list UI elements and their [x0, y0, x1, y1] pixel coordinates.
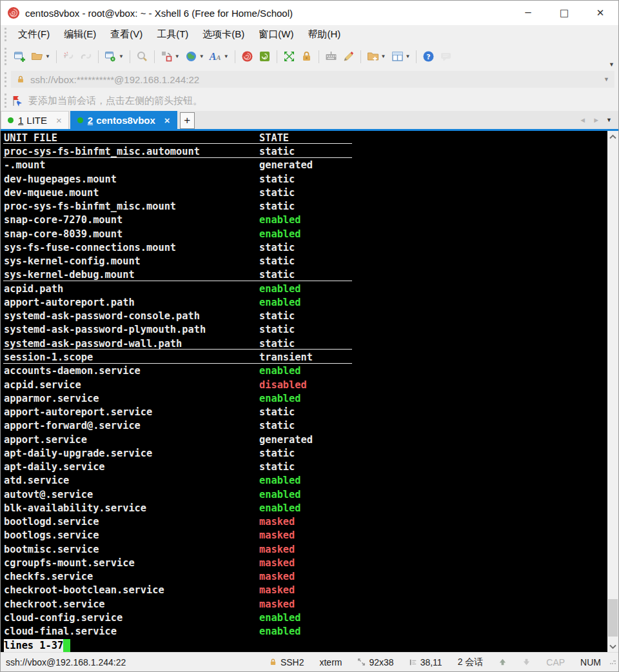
menu-item-4[interactable]: 选项卡(B): [195, 26, 251, 43]
web-browser-button[interactable]: ▼: [182, 48, 207, 66]
session-properties-dropdown-icon[interactable]: ▼: [119, 54, 124, 59]
tab-number: 1: [18, 115, 23, 126]
unit-file-name: cgroupfs-mount.service: [4, 557, 259, 569]
new-folder-button[interactable]: ▼: [364, 48, 389, 66]
session-tab-LITE[interactable]: 1LITE×: [1, 111, 69, 129]
fullscreen-button[interactable]: [280, 48, 298, 66]
toolbar-overflow-icon[interactable]: ▼: [609, 61, 614, 69]
pager-status-row: lines 1-37: [4, 638, 607, 652]
infobar-grip[interactable]: [5, 94, 8, 108]
new-tab-button[interactable]: +: [180, 112, 195, 129]
menu-item-0[interactable]: 文件(F): [11, 26, 57, 43]
menu-item-6[interactable]: 帮助(H): [300, 26, 348, 43]
unit-file-name: proc-sys-fs-binfmt_misc.automount: [4, 146, 259, 157]
compose-layout-dropdown-icon[interactable]: ▼: [175, 54, 180, 59]
tab-list-dropdown-icon[interactable]: ▼: [606, 117, 612, 123]
lock-screen-button[interactable]: [298, 48, 315, 66]
info-bar: 要添加当前会话，点击左侧的箭头按钮。: [1, 90, 618, 111]
address-url[interactable]: ssh://vbox:**********@192.168.1.244:22: [30, 74, 604, 85]
menu-item-2[interactable]: 查看(V): [103, 26, 150, 43]
menu-item-5[interactable]: 窗口(W): [251, 26, 300, 43]
scrollbar-up-icon[interactable]: [607, 131, 618, 142]
header-unit-file: UNIT FILE: [4, 132, 259, 144]
terminal-row: acpid.pathenabled: [4, 282, 607, 295]
web-browser-dropdown-icon[interactable]: ▼: [199, 54, 204, 59]
new-session-button[interactable]: [11, 48, 28, 66]
add-session-flag-icon[interactable]: [12, 95, 23, 106]
address-field[interactable]: ssh://vbox:**********@192.168.1.244:22 ▼: [11, 71, 614, 88]
unit-state: masked: [259, 544, 295, 555]
unit-state: static: [259, 420, 295, 431]
xshell-logo-icon: [7, 6, 20, 19]
compose-layout-button[interactable]: ▼: [158, 48, 182, 66]
tile-windows-button[interactable]: ▼: [389, 48, 413, 66]
open-session-dropdown-icon[interactable]: ▼: [45, 54, 50, 59]
unit-file-name: atd.service: [4, 475, 259, 486]
terminal-row: systemd-ask-password-console.pathstatic: [4, 310, 607, 323]
status-scroll-up[interactable]: [498, 658, 507, 666]
session-tab-centos8vbox[interactable]: 2centos8vbox×: [70, 111, 177, 129]
svg-text:?: ?: [427, 53, 431, 61]
terminal-row: systemd-ask-password-wall.pathstatic: [4, 337, 607, 350]
unit-state: enabled: [259, 475, 300, 486]
tile-windows-dropdown-icon[interactable]: ▼: [406, 54, 411, 59]
lock-screen-icon: [300, 50, 313, 63]
status-connection: ssh://vbox@192.168.1.244:22: [6, 657, 269, 667]
open-session-button[interactable]: ▼: [28, 48, 53, 66]
toolbar-separator: [416, 50, 417, 63]
close-button[interactable]: ✕: [582, 1, 618, 25]
terminal-row: autovt@.serviceenabled: [4, 488, 607, 501]
unit-file-name: systemd-ask-password-wall.path: [4, 338, 259, 350]
tab-close-icon[interactable]: ×: [164, 115, 170, 126]
xftp-app-icon: [259, 50, 271, 63]
toolbar-grip[interactable]: [5, 48, 8, 64]
maximize-button[interactable]: □: [546, 1, 582, 25]
virtual-keyboard-button[interactable]: [322, 48, 340, 66]
unit-state: enabled: [259, 214, 300, 226]
unit-file-name: sys-kernel-debug.mount: [4, 269, 259, 281]
xshell-app-button[interactable]: [239, 48, 256, 66]
resize-grip[interactable]: [610, 660, 616, 664]
toolbar-separator: [360, 50, 361, 63]
minimize-button[interactable]: ─: [510, 1, 546, 25]
terminal-row: cloud-config.serviceenabled: [4, 611, 607, 624]
status-protocol: SSH2: [269, 657, 304, 667]
tab-connected-icon: [8, 117, 14, 123]
menu-item-1[interactable]: 编辑(E): [57, 26, 103, 43]
session-properties-button[interactable]: ▼: [102, 48, 126, 66]
new-session-icon: [14, 50, 26, 63]
info-message: 要添加当前会话，点击左侧的箭头按钮。: [28, 95, 202, 107]
new-folder-dropdown-icon[interactable]: ▼: [381, 54, 386, 59]
address-dropdown-icon[interactable]: ▼: [604, 76, 609, 83]
highlight-pen-button[interactable]: [340, 48, 357, 66]
status-session-count-label: 2 会话: [458, 657, 484, 668]
status-session-count[interactable]: 2 会话: [458, 657, 484, 668]
terminal-screen[interactable]: UNIT FILESTATEproc-sys-fs-binfmt_misc.au…: [1, 131, 607, 652]
terminal-scrollbar[interactable]: [607, 131, 618, 652]
font-dropdown-icon[interactable]: ▼: [224, 54, 229, 59]
font-button[interactable]: AA▼: [207, 48, 231, 66]
scrollbar-down-icon[interactable]: [607, 641, 618, 652]
terminal-row: proc-sys-fs-binfmt_misc.mountstatic: [4, 199, 607, 213]
xftp-app-button[interactable]: [256, 48, 273, 66]
title-bar: centos8vbox - root@vbox: ~ - Xshell 6 (F…: [1, 1, 618, 25]
status-scroll-down[interactable]: [522, 658, 531, 666]
highlight-pen-icon: [342, 50, 355, 63]
unit-file-name: bootlogd.service: [4, 516, 259, 528]
window-title: centos8vbox - root@vbox: ~ - Xshell 6 (F…: [25, 8, 293, 19]
menubar-grip[interactable]: [5, 28, 8, 41]
toolbar-separator: [130, 50, 130, 63]
find-button[interactable]: [133, 48, 151, 66]
unit-state: enabled: [259, 612, 300, 624]
terminal-row: apt-daily.servicestatic: [4, 460, 607, 473]
help-button[interactable]: ?: [420, 48, 437, 66]
unit-state: enabled: [259, 626, 300, 637]
unit-state: static: [259, 187, 295, 199]
addressbar-grip[interactable]: [5, 72, 8, 88]
menu-item-3[interactable]: 工具(T): [150, 26, 195, 43]
status-screen-size: 92x38: [357, 657, 393, 667]
tab-close-icon[interactable]: ×: [56, 115, 62, 126]
unit-state: static: [259, 310, 295, 322]
unit-state: masked: [259, 557, 295, 569]
scrollbar-thumb[interactable]: [608, 599, 618, 637]
